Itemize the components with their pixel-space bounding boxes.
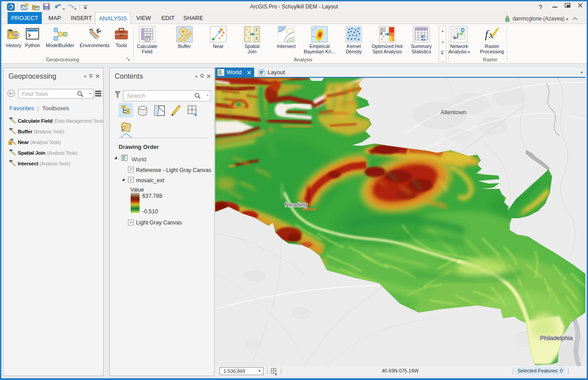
svg-text:Σ: Σ (420, 34, 425, 42)
svg-text:Allentown: Allentown (440, 109, 467, 116)
svg-text:2: 2 (255, 28, 257, 32)
svg-text:3: 3 (255, 36, 257, 40)
svg-text:Philadelphia: Philadelphia (540, 335, 573, 341)
svg-text:Reading: Reading (285, 201, 307, 208)
